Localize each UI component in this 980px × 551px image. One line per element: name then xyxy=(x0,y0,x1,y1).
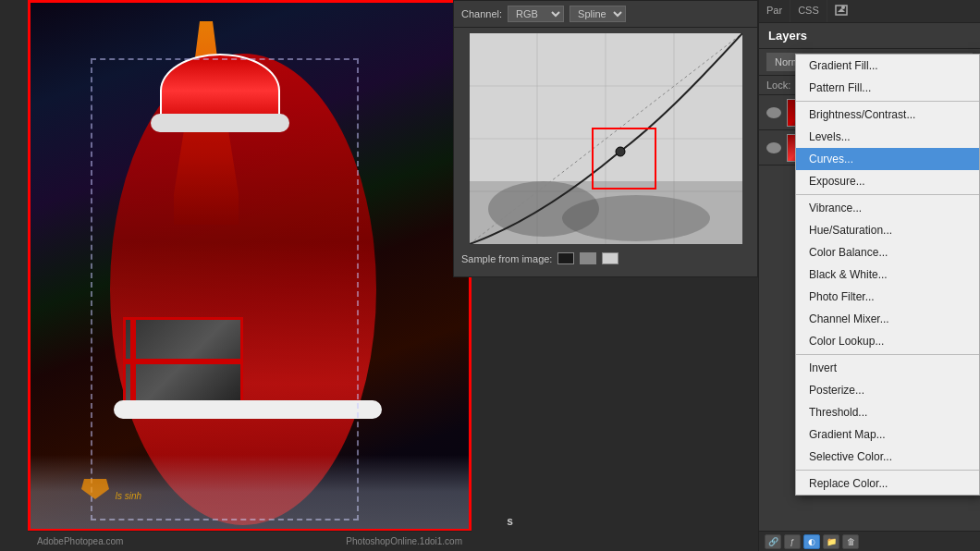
eye-icon-1[interactable] xyxy=(766,107,781,118)
menu-posterize[interactable]: Posterize... xyxy=(796,379,979,401)
menu-invert[interactable]: Invert xyxy=(796,357,979,379)
curves-header: Channel: RGB Red Green Blue Spline Penci… xyxy=(454,1,757,28)
lock-label: Lock: xyxy=(766,80,790,91)
separator-1 xyxy=(796,101,979,102)
menu-threshold[interactable]: Threshold... xyxy=(796,401,979,423)
swatch-dark[interactable] xyxy=(557,252,574,264)
curves-sample-row: Sample from image: xyxy=(454,250,757,267)
menu-channel-mixer[interactable]: Channel Mixer... xyxy=(796,308,979,330)
sample-label: Sample from image: xyxy=(461,253,552,264)
layers-toolbar: 🔗 ƒ ◐ 📁 🗑 xyxy=(759,531,980,551)
main-canvas: ls sinh xyxy=(28,0,472,532)
channel-label: Channel: xyxy=(461,8,502,19)
svg-point-8 xyxy=(562,195,710,241)
footer-s-label: s xyxy=(507,515,513,528)
eye-icon-2[interactable] xyxy=(766,142,781,153)
spline-dropdown[interactable]: Spline Pencil xyxy=(570,6,626,22)
fur-trim xyxy=(114,400,382,419)
canvas-footer: AdobePhotopea.com PhotoshopOnline.1doi1.… xyxy=(28,531,472,551)
tab-img[interactable] xyxy=(827,0,855,22)
svg-point-10 xyxy=(616,147,625,156)
link-button[interactable]: 🔗 xyxy=(765,534,781,549)
gift-ribbon-h xyxy=(123,359,243,364)
menu-vibrance[interactable]: Vibrance... xyxy=(796,197,979,219)
swatch-light[interactable] xyxy=(602,252,619,264)
menu-levels[interactable]: Levels... xyxy=(796,126,979,148)
menu-selective-color[interactable]: Selective Color... xyxy=(796,446,979,468)
menu-color-balance[interactable]: Color Balance... xyxy=(796,241,979,263)
menu-pattern-fill[interactable]: Pattern Fill... xyxy=(796,77,979,99)
menu-color-lookup[interactable]: Color Lookup... xyxy=(796,330,979,352)
menu-gradient-map[interactable]: Gradient Map... xyxy=(796,423,979,446)
tab-css[interactable]: CSS xyxy=(790,0,827,22)
menu-hue-saturation[interactable]: Hue/Saturation... xyxy=(796,219,979,241)
layers-header: Layers xyxy=(759,23,980,49)
folder-button[interactable]: 📁 xyxy=(823,534,839,549)
channel-dropdown[interactable]: RGB Red Green Blue xyxy=(508,6,564,22)
svg-point-14 xyxy=(841,6,845,9)
adjustment-button[interactable]: ◐ xyxy=(803,534,820,549)
curves-panel: Channel: RGB Red Green Blue Spline Penci… xyxy=(453,0,758,277)
menu-gradient-fill[interactable]: Gradient Fill... xyxy=(796,55,979,77)
menu-curves[interactable]: Curves... xyxy=(796,148,979,170)
svg-rect-11 xyxy=(593,129,655,189)
adjustment-dropdown: Gradient Fill... Pattern Fill... Brightn… xyxy=(795,54,980,496)
image-icon xyxy=(835,5,848,16)
footer-right: PhotoshopOnline.1doi1.com xyxy=(346,536,462,546)
hat-trim xyxy=(151,114,289,132)
menu-black-white[interactable]: Black & White... xyxy=(796,263,979,286)
separator-3 xyxy=(796,354,979,355)
menu-exposure[interactable]: Exposure... xyxy=(796,170,979,192)
effect-button[interactable]: ƒ xyxy=(784,534,801,549)
layers-title: Layers xyxy=(768,29,807,43)
logo-watermark: ls sinh xyxy=(81,479,141,501)
trash-button[interactable]: 🗑 xyxy=(842,534,859,549)
menu-brightness-contrast[interactable]: Brightness/Contrast... xyxy=(796,104,979,126)
separator-4 xyxy=(796,470,979,471)
swatch-mid[interactable] xyxy=(580,252,596,264)
separator-2 xyxy=(796,194,979,195)
panel-tabs: Par CSS xyxy=(759,0,980,23)
menu-photo-filter[interactable]: Photo Filter... xyxy=(796,286,979,308)
curves-graph[interactable] xyxy=(470,33,742,244)
tab-par[interactable]: Par xyxy=(759,0,790,22)
right-panel: Par CSS Layers Normal Multiply Screen Ov… xyxy=(758,0,980,551)
canvas-area: ls sinh Channel: RGB Red Green Blue Spli… xyxy=(0,0,758,551)
menu-replace-color[interactable]: Replace Color... xyxy=(796,472,979,495)
curves-svg xyxy=(470,33,742,244)
footer-left: AdobePhotopea.com xyxy=(37,536,123,546)
